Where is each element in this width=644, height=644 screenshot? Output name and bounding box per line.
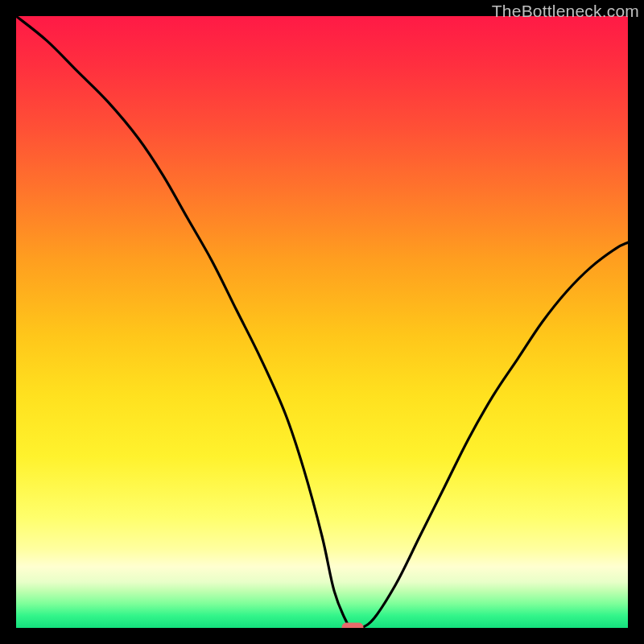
plot-area: [16, 16, 628, 628]
chart-frame: TheBottleneck.com: [0, 0, 644, 644]
optimum-marker: [342, 623, 363, 628]
curve-layer: [16, 16, 628, 628]
bottleneck-curve: [16, 16, 628, 628]
watermark-text: TheBottleneck.com: [492, 2, 639, 21]
